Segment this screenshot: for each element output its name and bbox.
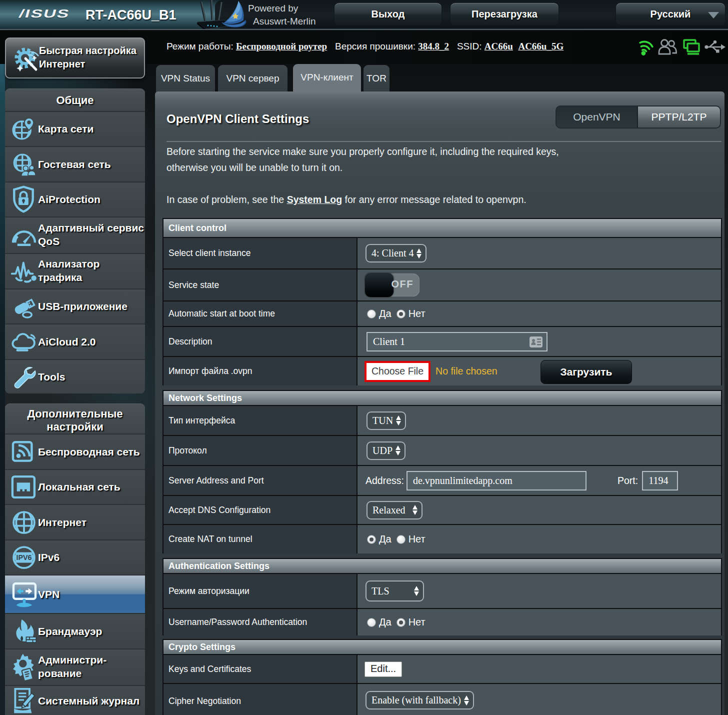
svg-text:IPV6: IPV6 — [16, 554, 32, 562]
